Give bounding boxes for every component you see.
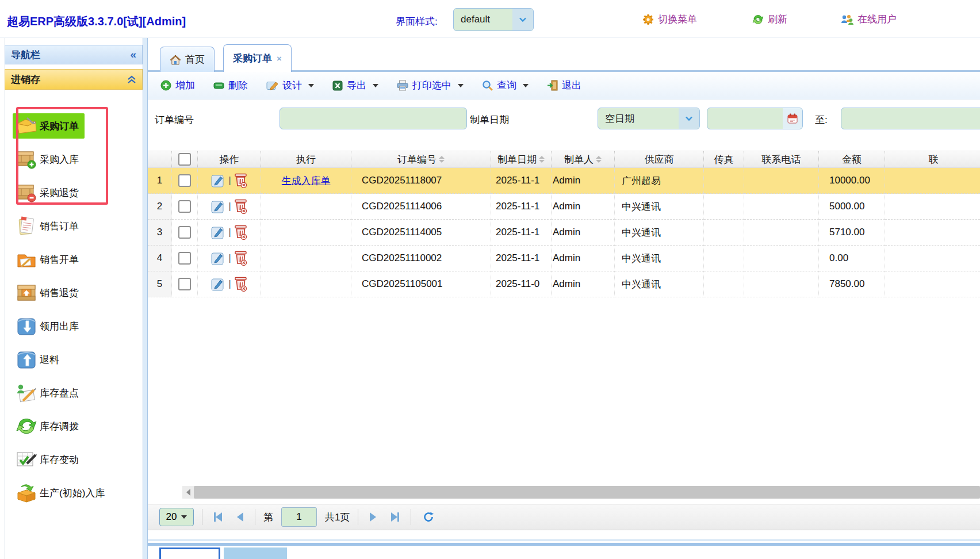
cell-contact — [885, 168, 980, 194]
sidebar-item-stock-transfer[interactable]: 库存调拨 — [5, 409, 143, 443]
sort-icon[interactable] — [596, 156, 602, 163]
table-row[interactable]: 2|CGD202511140062025-11-1Admin中兴通讯5000.0… — [148, 194, 980, 220]
refresh-button[interactable]: 刷新 — [752, 13, 787, 26]
prev-page-button[interactable] — [233, 512, 247, 522]
chevron-double-up-icon[interactable] — [127, 75, 136, 84]
delete-button[interactable]: 删除 — [213, 79, 248, 92]
sort-icon[interactable] — [439, 156, 445, 163]
date-to-input[interactable] — [841, 108, 980, 129]
sidebar-nav-header: 导航栏 « — [5, 45, 143, 64]
cell-amount: 5000.00 — [819, 194, 885, 220]
design-dropdown-icon[interactable] — [308, 84, 314, 87]
cell-fax — [704, 220, 744, 246]
export-dropdown-icon[interactable] — [373, 84, 378, 87]
cell-exec — [261, 271, 351, 297]
delete-row-icon[interactable] — [234, 251, 247, 266]
row-checkbox[interactable] — [178, 278, 191, 290]
first-page-button[interactable] — [210, 512, 225, 522]
print-selected-button[interactable]: 打印选中 — [397, 79, 464, 92]
panel-splitter[interactable] — [143, 38, 148, 559]
row-checkbox[interactable] — [178, 226, 191, 239]
add-button[interactable]: 增加 — [160, 79, 195, 92]
chevron-down-icon[interactable] — [512, 9, 533, 30]
sort-icon[interactable] — [539, 156, 545, 163]
table-row[interactable]: 5|CGD202511050012025-11-0Admin中兴通讯7850.0… — [148, 271, 980, 297]
table-row[interactable]: 3|CGD202511140052025-11-1Admin中兴通讯5710.0… — [148, 220, 980, 246]
column-header-label: 供应商 — [645, 153, 674, 166]
edit-icon[interactable] — [211, 200, 225, 214]
edit-icon[interactable] — [211, 225, 225, 240]
collapse-sidebar-icon[interactable]: « — [130, 48, 136, 61]
reload-grid-button[interactable] — [419, 511, 438, 523]
divider — [148, 539, 980, 541]
generate-inbound-link[interactable]: 生成入库单 — [282, 174, 331, 187]
tab-purchase-order[interactable]: 采购订单 × — [223, 44, 292, 72]
cell-phone — [744, 271, 819, 297]
sidebar-item-sales-billing[interactable]: 销售开单 — [5, 243, 143, 276]
row-checkbox[interactable] — [178, 252, 191, 265]
delete-row-icon[interactable] — [234, 199, 247, 215]
sidebar-item-material-return[interactable]: 退料 — [5, 343, 143, 376]
requisition-outbound-icon — [15, 316, 38, 336]
delete-row-icon[interactable] — [234, 225, 247, 240]
purchase-order-icon — [15, 116, 38, 136]
close-tab-icon[interactable]: × — [277, 53, 282, 63]
table-row[interactable]: 1|生成入库单CGD202511180072025-11-1Admin广州超易1… — [148, 168, 980, 194]
date-from-input[interactable] — [707, 108, 803, 129]
edit-icon[interactable] — [211, 174, 225, 188]
bottom-tab-active[interactable] — [159, 547, 220, 559]
print-dropdown-icon[interactable] — [458, 84, 464, 87]
sidebar-group-header[interactable]: 进销存 — [5, 69, 143, 90]
bottom-tab-inactive[interactable] — [224, 547, 287, 559]
sidebar-item-production-inbound[interactable]: 生产(初始)入库 — [5, 476, 143, 510]
edit-icon[interactable] — [211, 277, 225, 292]
sales-order-icon — [15, 216, 38, 236]
data-grid: 操作执行订单编号制单日期制单人供应商传真联系电话金额联 1|生成入库单CGD20… — [148, 151, 980, 297]
sidebar-item-purchase-order[interactable]: 采购订单 — [5, 109, 143, 143]
query-button[interactable]: 查询 — [482, 79, 529, 92]
style-select[interactable]: default — [453, 8, 534, 31]
calendar-icon[interactable] — [783, 108, 802, 129]
edit-icon[interactable] — [211, 251, 225, 266]
column-header-order_no[interactable]: 订单编号 — [351, 151, 491, 168]
tab-home[interactable]: 首页 — [160, 47, 215, 72]
date-mode-select[interactable]: 空日期 — [598, 108, 700, 129]
switch-menu-button[interactable]: 切换菜单 — [642, 13, 697, 26]
column-header-maker[interactable]: 制单人 — [552, 151, 615, 168]
cell-contact — [885, 271, 980, 297]
row-checkbox[interactable] — [178, 174, 191, 187]
sidebar-item-requisition-outbound[interactable]: 领用出库 — [5, 309, 143, 343]
filter-row: 订单编号 制单日期 空日期 至: — [148, 99, 980, 140]
table-row[interactable]: 4|CGD202511100022025-11-1Admin中兴通讯0.00 — [148, 246, 980, 271]
scroll-left-arrow[interactable] — [182, 486, 194, 499]
horizontal-scrollbar[interactable] — [182, 486, 980, 499]
sidebar-item-sales-return[interactable]: 销售退货 — [5, 276, 143, 309]
page-size-value: 20 — [166, 511, 177, 523]
grid-header-row: 操作执行订单编号制单日期制单人供应商传真联系电话金额联 — [148, 151, 980, 168]
last-page-button[interactable] — [388, 512, 403, 522]
sidebar-item-purchase-return[interactable]: 采购退货 — [5, 176, 143, 209]
column-header-date[interactable]: 制单日期 — [491, 151, 552, 168]
row-checkbox[interactable] — [178, 200, 191, 213]
cell-fax — [704, 168, 744, 194]
order-no-input[interactable] — [280, 108, 467, 129]
next-page-button[interactable] — [366, 512, 380, 522]
design-button[interactable]: 设计 — [266, 79, 314, 92]
query-dropdown-icon[interactable] — [523, 84, 529, 87]
chevron-down-icon[interactable] — [679, 108, 699, 129]
select-all-checkbox[interactable] — [178, 153, 191, 166]
page-number-input[interactable] — [281, 507, 317, 527]
online-users-button[interactable]: 在线用户 — [841, 13, 897, 26]
sidebar-item-purchase-inbound[interactable]: 采购入库 — [5, 143, 143, 176]
sidebar-item-sales-order[interactable]: 销售订单 — [5, 209, 143, 243]
scrollbar-thumb[interactable] — [194, 486, 980, 499]
exit-button[interactable]: 退出 — [547, 79, 581, 92]
sidebar-item-stocktaking[interactable]: 库存盘点 — [5, 376, 143, 409]
date-mode-value: 空日期 — [598, 112, 679, 125]
delete-row-icon[interactable] — [234, 173, 247, 189]
export-button[interactable]: 导出 — [332, 79, 378, 92]
delete-row-icon[interactable] — [234, 277, 247, 292]
column-header-checkbox[interactable] — [172, 151, 198, 168]
page-size-select[interactable]: 20 — [159, 508, 194, 526]
sidebar-item-stock-change[interactable]: 库存变动 — [5, 443, 143, 476]
